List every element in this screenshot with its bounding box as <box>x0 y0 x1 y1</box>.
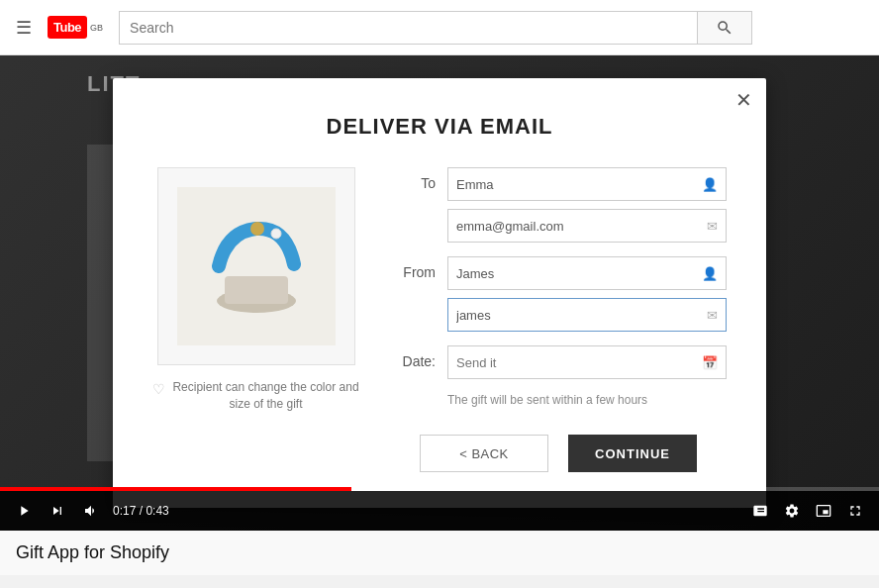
to-email-input[interactable] <box>456 219 701 234</box>
next-icon <box>49 503 65 519</box>
form-row-date: Date: 📅 <box>390 345 727 379</box>
modal-form: To 👤 ✉ <box>390 167 727 472</box>
modal-close-button[interactable]: ✕ <box>735 90 752 110</box>
modal-title: DELIVER VIA EMAIL <box>152 114 727 140</box>
to-email-wrapper: ✉ <box>447 209 727 243</box>
to-label: To <box>390 167 436 191</box>
person-icon-to: 👤 <box>702 177 718 192</box>
play-icon <box>16 503 32 519</box>
subtitles-button[interactable] <box>748 499 772 523</box>
volume-icon <box>83 503 99 519</box>
logo-gb: GB <box>90 23 103 33</box>
miniplayer-button[interactable] <box>812 499 835 523</box>
play-button[interactable] <box>12 499 36 523</box>
video-area: LITT ✕ DELIVER VIA EMAIL <box>0 55 879 531</box>
search-button[interactable] <box>697 11 752 45</box>
search-input[interactable] <box>119 11 697 45</box>
to-name-input[interactable] <box>456 177 696 192</box>
product-note-text: Recipient can change the color and size … <box>171 379 360 413</box>
total-time: 0:43 <box>146 504 168 518</box>
email-icon-to: ✉ <box>707 219 718 234</box>
from-name-wrapper: 👤 <box>447 256 727 290</box>
video-controls: 0:17 / 0:43 <box>0 491 879 531</box>
continue-button[interactable]: CONTINUE <box>568 435 697 472</box>
fullscreen-button[interactable] <box>843 499 867 523</box>
svg-rect-0 <box>177 187 336 345</box>
time-display: 0:17 / 0:43 <box>113 504 169 518</box>
settings-button[interactable] <box>780 499 804 523</box>
youtube-header: ☰ Tube GB <box>0 0 879 55</box>
miniplayer-icon <box>816 503 831 519</box>
settings-icon <box>784 503 800 519</box>
modal-left-panel: ♡ Recipient can change the color and siz… <box>152 167 360 472</box>
search-icon <box>716 19 733 37</box>
search-wrapper <box>119 11 752 45</box>
from-label: From <box>390 256 436 280</box>
date-note: The gift will be sent within a few hours <box>390 393 727 407</box>
from-name-input[interactable] <box>456 266 696 281</box>
form-row-from: From 👤 ✉ <box>390 256 727 332</box>
modal-buttons: < BACK CONTINUE <box>390 435 727 472</box>
from-inputs: 👤 ✉ <box>447 256 727 332</box>
product-note: ♡ Recipient can change the color and siz… <box>152 379 360 413</box>
product-image <box>177 187 336 345</box>
email-icon-from: ✉ <box>707 308 718 323</box>
to-inputs: 👤 ✉ <box>447 167 727 243</box>
modal-overlay: ✕ DELIVER VIA EMAIL <box>0 55 879 531</box>
email-delivery-modal: ✕ DELIVER VIA EMAIL <box>113 78 766 508</box>
subtitles-icon <box>752 503 768 519</box>
calendar-icon: 📅 <box>702 355 718 370</box>
video-title: Gift App for Shopify <box>16 542 863 563</box>
next-button[interactable] <box>46 499 69 523</box>
back-button[interactable]: < BACK <box>420 435 548 472</box>
product-image-frame <box>157 167 355 365</box>
date-label: Date: <box>390 345 436 369</box>
mute-button[interactable] <box>79 499 103 523</box>
date-wrapper: 📅 <box>447 345 727 379</box>
menu-icon[interactable]: ☰ <box>16 17 32 39</box>
svg-point-3 <box>250 222 264 236</box>
form-row-to: To 👤 ✉ <box>390 167 727 243</box>
controls-right <box>748 499 867 523</box>
from-email-wrapper: ✉ <box>447 298 727 332</box>
date-input[interactable] <box>456 355 696 370</box>
youtube-logo[interactable]: Tube GB <box>48 16 103 39</box>
logo-box: Tube <box>48 16 87 39</box>
svg-point-4 <box>271 229 281 239</box>
below-video: Gift App for Shopify <box>0 531 879 575</box>
modal-body: ♡ Recipient can change the color and siz… <box>152 167 727 472</box>
from-email-input[interactable] <box>456 308 701 323</box>
fullscreen-icon <box>847 503 863 519</box>
date-inputs: 📅 <box>447 345 727 379</box>
to-name-wrapper: 👤 <box>447 167 727 201</box>
current-time: 0:17 <box>113 504 136 518</box>
svg-rect-2 <box>225 276 288 304</box>
heart-icon: ♡ <box>152 380 165 400</box>
person-icon-from: 👤 <box>702 266 718 281</box>
